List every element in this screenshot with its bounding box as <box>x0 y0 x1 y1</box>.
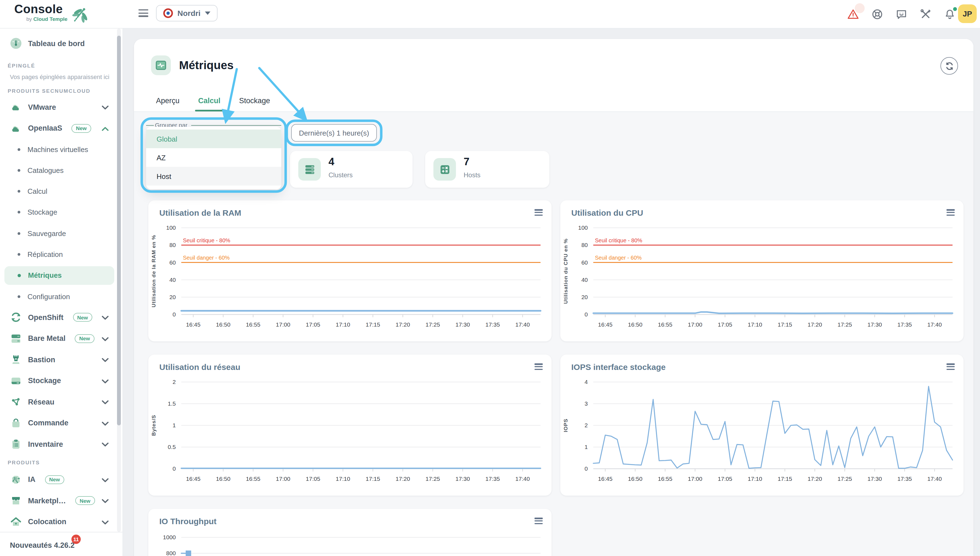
clipboard-icon <box>10 438 22 450</box>
sidebar-item-calcul[interactable]: Calcul <box>5 182 114 200</box>
chevron-down-icon <box>102 397 109 407</box>
sidebar-item-ia[interactable]: IANew <box>5 470 114 489</box>
sidebar-item-openiaas[interactable]: OpenIaaSNew <box>5 119 114 137</box>
sidebar-item-metriques[interactable]: Métriques <box>5 266 114 285</box>
sidebar-item-stockage[interactable]: Stockage <box>5 203 114 222</box>
baremetal-icon <box>10 333 22 345</box>
tenant-selector-button[interactable]: Nordri <box>156 5 217 21</box>
bag-icon <box>10 417 22 429</box>
tabs-bar: AperçuCalculStockage <box>156 97 270 112</box>
menu-hamburger-icon[interactable] <box>138 9 148 17</box>
support-lifebuoy-icon[interactable] <box>871 8 883 20</box>
sidebar-subitem-label: Stockage <box>28 208 57 217</box>
sidebar-item-openshift[interactable]: OpenShiftNew <box>5 308 114 327</box>
chart-menu-icon[interactable] <box>535 517 543 524</box>
sidebar-item-replication[interactable]: Réplication <box>5 245 114 264</box>
svg-text:40: 40 <box>582 276 588 283</box>
svg-text:16:55: 16:55 <box>246 322 261 328</box>
sidebar-item-bare-metal[interactable]: Bare MetalNew <box>5 329 114 348</box>
cloud-icon <box>10 122 22 134</box>
sidebar-item-catalogues[interactable]: Catalogues <box>5 161 114 180</box>
svg-text:60: 60 <box>582 259 588 266</box>
ram-chart-title: Utilisation de la RAM <box>159 208 241 217</box>
sidebar-subitem-label: Réplication <box>28 250 63 259</box>
cpu-usage-chart-card: Utilisation du CPU 020406080100Utilisati… <box>560 200 964 341</box>
sidebar-item-label: Marketpl… <box>28 497 66 505</box>
whats-new-count-badge: 11 <box>71 535 81 544</box>
svg-text:16:50: 16:50 <box>628 475 642 482</box>
clusters-stat-card[interactable]: 4 Clusters <box>290 151 413 188</box>
svg-text:17:15: 17:15 <box>366 322 380 328</box>
new-badge: New <box>45 475 64 484</box>
svg-text:17:30: 17:30 <box>455 322 470 328</box>
chevron-down-icon <box>102 418 109 428</box>
svg-text:17:10: 17:10 <box>748 475 762 482</box>
svg-text:20: 20 <box>170 294 176 300</box>
sidebar-item-label: OpenShift <box>28 314 63 322</box>
whats-new-link[interactable]: Nouveautés 4.26.2 <box>10 541 75 550</box>
metrics-header: Métriques AperçuCalculStockage <box>134 39 974 112</box>
products-section-header: PRODUITS <box>8 459 40 465</box>
svg-text:17:30: 17:30 <box>867 322 882 328</box>
svg-text:100: 100 <box>166 225 176 231</box>
time-range-button[interactable]: Dernière(s) 1 heure(s) <box>291 124 377 142</box>
svg-text:17:05: 17:05 <box>306 322 320 328</box>
svg-text:80: 80 <box>582 242 588 248</box>
sidebar-item-bastion[interactable]: Bastion <box>5 351 114 369</box>
chevron-down-icon <box>102 376 109 386</box>
chart-menu-icon[interactable] <box>946 364 955 370</box>
sidebar: Tableau de bordÉPINGLÉVos pages épinglée… <box>0 29 123 556</box>
svg-text:40: 40 <box>170 276 176 283</box>
tab-stockage[interactable]: Stockage <box>239 97 270 112</box>
topbar: Console by Cloud Temple Nordri <box>0 0 980 29</box>
feedback-chat-icon[interactable] <box>896 8 907 20</box>
sidebar-item-label: Réseau <box>28 398 54 406</box>
tab-apercu[interactable]: Aperçu <box>156 97 180 112</box>
svg-text:17:25: 17:25 <box>426 475 440 482</box>
sidebar-item-colocation[interactable]: Colocation <box>5 512 114 531</box>
network-chart-title: Utilisation du réseau <box>159 362 240 372</box>
sidebar-item-tableau-de-bord[interactable]: Tableau de bord <box>5 34 114 53</box>
hosts-stat-card[interactable]: 7 Hosts <box>425 151 549 188</box>
sidebar-item-machines-virtuelles[interactable]: Machines virtuelles <box>5 140 114 158</box>
notifications-bell-icon[interactable] <box>944 8 956 20</box>
svg-text:16:55: 16:55 <box>246 475 261 482</box>
io-throughput-chart-card: IO Throughput 8001000 <box>148 509 552 556</box>
svg-text:17:15: 17:15 <box>778 475 792 482</box>
sidebar-item-label: Stockage <box>28 377 61 385</box>
network-chart-plot: 00.511.52Bytes/S16:4516:5016:5517:0017:0… <box>148 377 552 488</box>
svg-text:Seuil critique - 80%: Seuil critique - 80% <box>183 238 230 243</box>
tools-icon[interactable] <box>920 8 931 20</box>
sidebar-item-vmware[interactable]: VMware <box>5 98 114 116</box>
sidebar-subitem-label: Calcul <box>28 187 47 196</box>
chart-menu-icon[interactable] <box>535 209 543 216</box>
console-logo: Console by Cloud Temple <box>14 3 102 22</box>
sidebar-item-commande[interactable]: Commande <box>5 414 114 433</box>
sidebar-item-marketpl[interactable]: Marketpl…New <box>5 491 114 510</box>
sidebar-item-sauvegarde[interactable]: Sauvegarde <box>5 224 114 242</box>
svg-text:0: 0 <box>585 311 588 317</box>
sidebar-item-label: Commande <box>28 419 68 427</box>
sidebar-item-configuration[interactable]: Configuration <box>5 287 114 306</box>
sidebar-item-reseau[interactable]: Réseau <box>5 393 114 411</box>
sidebar-item-stockage[interactable]: Stockage <box>5 372 114 390</box>
cpu-chart-title: Utilisation du CPU <box>571 208 643 217</box>
sidebar-subitem-label: Sauvegarde <box>28 229 66 238</box>
sidebar-item-label: Tableau de bord <box>28 39 85 47</box>
svg-text:17:20: 17:20 <box>808 322 822 328</box>
svg-text:17:40: 17:40 <box>927 322 942 328</box>
chart-menu-icon[interactable] <box>535 364 543 370</box>
user-avatar[interactable]: JP <box>958 4 977 23</box>
iops-chart-card: IOPS interface stockage 01234IOPS16:4516… <box>560 355 964 496</box>
svg-text:2: 2 <box>172 379 176 385</box>
tab-calcul[interactable]: Calcul <box>198 97 220 112</box>
sidebar-scrollbar-thumb[interactable] <box>117 36 121 425</box>
chart-menu-icon[interactable] <box>946 209 955 216</box>
refresh-button[interactable] <box>940 57 958 74</box>
groupby-option-host[interactable]: Host <box>146 167 281 186</box>
groupby-option-global[interactable]: Global <box>146 129 281 148</box>
groupby-option-az[interactable]: AZ <box>146 148 281 167</box>
sidebar-item-inventaire[interactable]: Inventaire <box>5 435 114 454</box>
page-title: Métriques <box>179 59 233 72</box>
alert-warning-icon[interactable] <box>847 8 859 20</box>
